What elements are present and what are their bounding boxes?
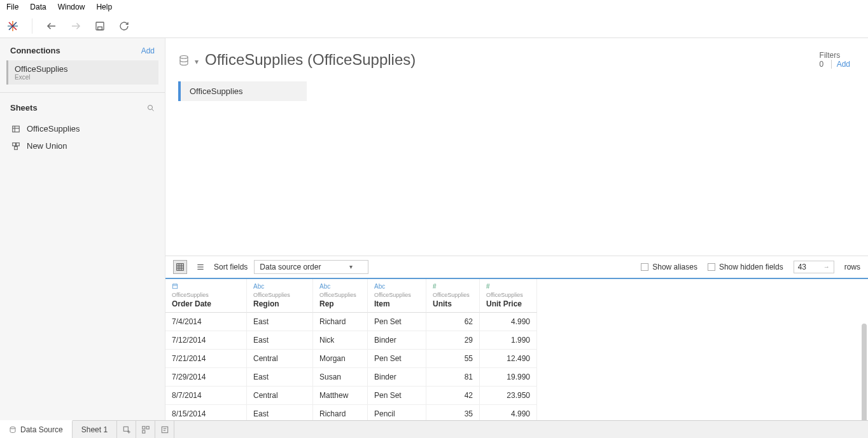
svg-rect-30: [123, 427, 128, 431]
new-dashboard-button[interactable]: [136, 421, 155, 438]
grid-cell[interactable]: Binder: [368, 331, 426, 350]
grid-cell[interactable]: 42: [426, 387, 480, 405]
grid-cell[interactable]: Richard: [313, 405, 368, 421]
database-icon[interactable]: [178, 55, 191, 67]
sheets-header: Sheets: [0, 95, 165, 118]
column-header[interactable]: AbcOfficeSuppliesRegion: [247, 279, 313, 313]
show-hidden-checkbox[interactable]: Show hidden fields: [708, 263, 783, 271]
menu-file[interactable]: File: [6, 3, 18, 11]
grid-view-button[interactable]: [173, 260, 187, 274]
filters-count: 0: [820, 60, 824, 69]
grid-cell[interactable]: 8/15/2014: [165, 405, 247, 421]
tab-label: Sheet 1: [81, 425, 108, 434]
grid-cell[interactable]: Binder: [368, 368, 426, 387]
data-grid: OfficeSuppliesOrder DateAbcOfficeSupplie…: [165, 279, 868, 421]
grid-cell[interactable]: 81: [426, 368, 480, 387]
svg-rect-7: [98, 27, 102, 30]
rows-label: rows: [844, 263, 860, 271]
column-field-name: Item: [374, 299, 390, 308]
tab-sheet-1[interactable]: Sheet 1: [73, 421, 117, 438]
datasource-title[interactable]: OfficeSupplies (OfficeSupplies): [205, 51, 416, 69]
save-button[interactable]: [94, 20, 106, 32]
grid-cell[interactable]: Susan: [313, 368, 368, 387]
column-field-name: Units: [433, 299, 452, 308]
column-header[interactable]: AbcOfficeSuppliesItem: [368, 279, 426, 313]
new-worksheet-button[interactable]: [117, 421, 136, 438]
column-header[interactable]: AbcOfficeSuppliesRep: [313, 279, 368, 313]
grid-cell[interactable]: Nick: [313, 331, 368, 350]
join-canvas[interactable]: OfficeSupplies: [165, 76, 868, 114]
sheet-item-officesupplies[interactable]: OfficeSupplies: [0, 120, 165, 137]
new-story-button[interactable]: [155, 421, 174, 438]
metadata-view-button[interactable]: [193, 260, 207, 274]
grid-cell[interactable]: Pencil: [368, 405, 426, 421]
arrow-right-icon: →: [823, 263, 830, 270]
dropdown-caret-icon[interactable]: ▾: [195, 57, 199, 66]
menu-data[interactable]: Data: [30, 3, 46, 11]
show-hidden-label: Show hidden fields: [719, 263, 783, 271]
grid-cell[interactable]: East: [247, 368, 313, 387]
sheet-label: New Union: [27, 141, 67, 151]
column-header[interactable]: #OfficeSuppliesUnits: [426, 279, 480, 313]
column-field-name: Order Date: [172, 299, 211, 308]
column-source: OfficeSupplies: [172, 291, 240, 299]
grid-cell[interactable]: 7/12/2014: [165, 331, 247, 350]
grid-cell[interactable]: 1.990: [480, 331, 537, 350]
search-icon[interactable]: [147, 104, 155, 112]
add-filter-link[interactable]: Add: [831, 60, 850, 69]
tableau-logo-icon: [6, 20, 19, 32]
grid-cell[interactable]: 7/4/2014: [165, 313, 247, 331]
canvas-table-pill[interactable]: OfficeSupplies: [178, 81, 307, 101]
grid-cell[interactable]: 4.990: [480, 405, 537, 421]
grid-cell[interactable]: East: [247, 405, 313, 421]
sheet-item-new-union[interactable]: New Union: [0, 137, 165, 154]
add-connection-link[interactable]: Add: [141, 46, 155, 55]
grid-cell[interactable]: 7/21/2014: [165, 350, 247, 368]
grid-cell[interactable]: 62: [426, 313, 480, 331]
sheets-list: OfficeSupplies New Union: [0, 118, 165, 157]
grid-cell[interactable]: East: [247, 313, 313, 331]
show-aliases-checkbox[interactable]: Show aliases: [641, 263, 697, 271]
grid-cell[interactable]: 55: [426, 350, 480, 368]
tab-data-source[interactable]: Data Source: [0, 420, 73, 438]
grid-cell[interactable]: 19.990: [480, 368, 537, 387]
grid-cell[interactable]: 29: [426, 331, 480, 350]
checkbox-icon: [641, 263, 648, 271]
sort-fields-select[interactable]: Data source order: [254, 260, 368, 274]
refresh-button[interactable]: [118, 20, 130, 32]
menu-help[interactable]: Help: [96, 3, 112, 11]
menu-window[interactable]: Window: [58, 3, 85, 11]
grid-cell[interactable]: 7/29/2014: [165, 368, 247, 387]
grid-cell[interactable]: 8/7/2014: [165, 387, 247, 405]
svg-rect-35: [142, 430, 144, 433]
connection-item[interactable]: OfficeSupplies Excel: [6, 60, 158, 85]
svg-rect-25: [172, 284, 178, 289]
scrollbar[interactable]: [862, 324, 867, 421]
grid-cell[interactable]: 12.490: [480, 350, 537, 368]
svg-rect-13: [13, 142, 16, 146]
grid-cell[interactable]: Pen Set: [368, 313, 426, 331]
grid-cell[interactable]: 4.990: [480, 313, 537, 331]
grid-cell[interactable]: Pen Set: [368, 350, 426, 368]
column-header[interactable]: OfficeSuppliesOrder Date: [165, 279, 247, 313]
row-count-input[interactable]: 43 →: [794, 261, 834, 273]
grid-cell[interactable]: Pen Set: [368, 387, 426, 405]
svg-rect-33: [142, 426, 144, 428]
grid-cell[interactable]: Central: [247, 350, 313, 368]
back-button[interactable]: [45, 20, 58, 32]
datatype-icon: Abc: [253, 283, 306, 291]
grid-cell[interactable]: Richard: [313, 313, 368, 331]
filters-label: Filters: [820, 51, 850, 60]
grid-cell[interactable]: Matthew: [313, 387, 368, 405]
grid-cell[interactable]: East: [247, 331, 313, 350]
svg-rect-34: [146, 426, 149, 428]
forward-button[interactable]: [69, 20, 82, 32]
grid-cell[interactable]: 35: [426, 405, 480, 421]
column-field-name: Rep: [319, 299, 334, 308]
table-icon: [11, 125, 20, 133]
grid-cell[interactable]: Morgan: [313, 350, 368, 368]
grid-cell[interactable]: Central: [247, 387, 313, 405]
sort-fields-value: Data source order: [260, 263, 321, 271]
column-header[interactable]: #OfficeSuppliesUnit Price: [480, 279, 537, 313]
grid-cell[interactable]: 23.950: [480, 387, 537, 405]
